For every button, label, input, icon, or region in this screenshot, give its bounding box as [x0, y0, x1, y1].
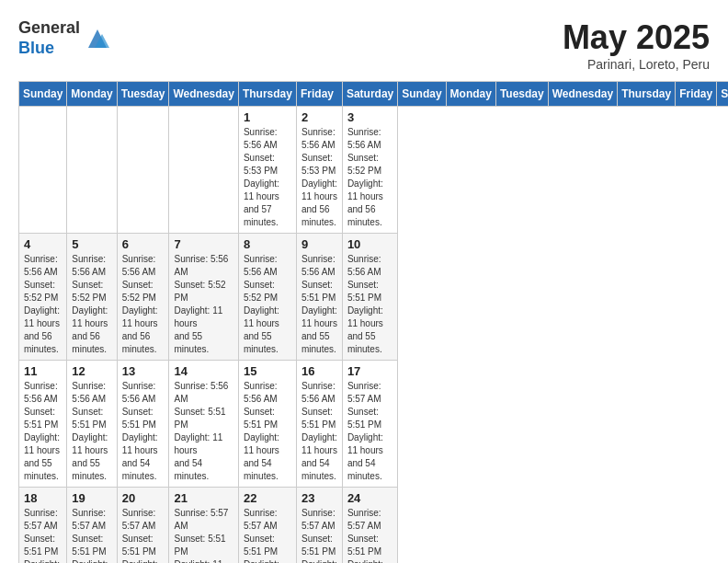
month-year-title: May 2025: [563, 18, 710, 57]
weekday-header-sunday: Sunday: [398, 82, 446, 107]
day-info: Sunrise: 5:56 AM Sunset: 5:51 PM Dayligh…: [244, 380, 291, 483]
day-number: 12: [72, 364, 111, 378]
calendar-cell: 11Sunrise: 5:56 AM Sunset: 5:51 PM Dayli…: [19, 361, 67, 488]
day-number: 19: [72, 491, 111, 505]
day-number: 24: [347, 491, 392, 505]
day-info: Sunrise: 5:56 AM Sunset: 5:52 PM Dayligh…: [72, 253, 111, 356]
calendar-cell: 2Sunrise: 5:56 AM Sunset: 5:53 PM Daylig…: [296, 107, 342, 234]
weekday-header-saturday: Saturday: [342, 82, 397, 107]
calendar-header-row: SundayMondayTuesdayWednesdayThursdayFrid…: [19, 82, 729, 107]
day-number: 8: [244, 237, 291, 251]
day-info: Sunrise: 5:57 AM Sunset: 5:51 PM Dayligh…: [244, 507, 291, 563]
calendar-cell: 10Sunrise: 5:56 AM Sunset: 5:51 PM Dayli…: [342, 234, 397, 361]
page-header: General Blue May 2025 Parinari, Loreto, …: [18, 18, 710, 72]
calendar-week-row: 18Sunrise: 5:57 AM Sunset: 5:51 PM Dayli…: [19, 488, 729, 564]
calendar-cell: [19, 107, 67, 234]
weekday-header-monday: Monday: [67, 82, 117, 107]
day-number: 3: [347, 110, 392, 124]
calendar-table: SundayMondayTuesdayWednesdayThursdayFrid…: [18, 81, 728, 563]
weekday-header-tuesday: Tuesday: [117, 82, 169, 107]
calendar-cell: 4Sunrise: 5:56 AM Sunset: 5:52 PM Daylig…: [19, 234, 67, 361]
day-number: 10: [347, 237, 392, 251]
weekday-header-thursday: Thursday: [618, 82, 676, 107]
day-number: 16: [301, 364, 337, 378]
calendar-cell: 9Sunrise: 5:56 AM Sunset: 5:51 PM Daylig…: [296, 234, 342, 361]
day-number: 15: [244, 364, 291, 378]
day-number: 13: [122, 364, 165, 378]
day-number: 22: [244, 491, 291, 505]
day-number: 5: [72, 237, 111, 251]
day-info: Sunrise: 5:56 AM Sunset: 5:52 PM Dayligh…: [244, 253, 291, 356]
day-info: Sunrise: 5:56 AM Sunset: 5:52 PM Dayligh…: [347, 126, 392, 229]
day-number: 11: [24, 364, 62, 378]
calendar-cell: 19Sunrise: 5:57 AM Sunset: 5:51 PM Dayli…: [67, 488, 117, 564]
location-subtitle: Parinari, Loreto, Peru: [563, 57, 710, 72]
day-info: Sunrise: 5:57 AM Sunset: 5:51 PM Dayligh…: [174, 507, 233, 563]
weekday-header-tuesday: Tuesday: [495, 82, 548, 107]
weekday-header-wednesday: Wednesday: [548, 82, 617, 107]
day-info: Sunrise: 5:56 AM Sunset: 5:52 PM Dayligh…: [122, 253, 165, 356]
weekday-header-sunday: Sunday: [19, 82, 67, 107]
logo-icon: [84, 25, 111, 52]
day-info: Sunrise: 5:56 AM Sunset: 5:53 PM Dayligh…: [301, 126, 337, 229]
calendar-cell: 8Sunrise: 5:56 AM Sunset: 5:52 PM Daylig…: [238, 234, 296, 361]
calendar-week-row: 11Sunrise: 5:56 AM Sunset: 5:51 PM Dayli…: [19, 361, 729, 488]
logo-blue: Blue: [18, 39, 80, 59]
day-info: Sunrise: 5:56 AM Sunset: 5:52 PM Dayligh…: [174, 253, 233, 356]
day-info: Sunrise: 5:57 AM Sunset: 5:51 PM Dayligh…: [301, 507, 337, 563]
calendar-cell: [67, 107, 117, 234]
calendar-cell: 13Sunrise: 5:56 AM Sunset: 5:51 PM Dayli…: [117, 361, 169, 488]
calendar-cell: 17Sunrise: 5:57 AM Sunset: 5:51 PM Dayli…: [342, 361, 397, 488]
weekday-header-friday: Friday: [296, 82, 342, 107]
calendar-cell: 3Sunrise: 5:56 AM Sunset: 5:52 PM Daylig…: [342, 107, 397, 234]
day-number: 7: [174, 237, 233, 251]
day-info: Sunrise: 5:57 AM Sunset: 5:51 PM Dayligh…: [347, 507, 392, 563]
day-number: 14: [174, 364, 233, 378]
calendar-cell: 20Sunrise: 5:57 AM Sunset: 5:51 PM Dayli…: [117, 488, 169, 564]
day-info: Sunrise: 5:56 AM Sunset: 5:51 PM Dayligh…: [347, 253, 392, 356]
weekday-header-wednesday: Wednesday: [169, 82, 238, 107]
calendar-cell: 1Sunrise: 5:56 AM Sunset: 5:53 PM Daylig…: [238, 107, 296, 234]
calendar-cell: 22Sunrise: 5:57 AM Sunset: 5:51 PM Dayli…: [238, 488, 296, 564]
weekday-header-thursday: Thursday: [238, 82, 296, 107]
day-info: Sunrise: 5:56 AM Sunset: 5:51 PM Dayligh…: [122, 380, 165, 483]
day-number: 2: [301, 110, 337, 124]
day-info: Sunrise: 5:56 AM Sunset: 5:51 PM Dayligh…: [301, 380, 337, 483]
day-number: 23: [301, 491, 337, 505]
title-section: May 2025 Parinari, Loreto, Peru: [563, 18, 710, 72]
weekday-header-monday: Monday: [446, 82, 495, 107]
day-number: 18: [24, 491, 62, 505]
calendar-cell: 18Sunrise: 5:57 AM Sunset: 5:51 PM Dayli…: [19, 488, 67, 564]
calendar-cell: 6Sunrise: 5:56 AM Sunset: 5:52 PM Daylig…: [117, 234, 169, 361]
day-number: 20: [122, 491, 165, 505]
day-info: Sunrise: 5:57 AM Sunset: 5:51 PM Dayligh…: [24, 507, 62, 563]
weekday-header-friday: Friday: [676, 82, 717, 107]
logo-general: General: [18, 18, 80, 39]
calendar-cell: 23Sunrise: 5:57 AM Sunset: 5:51 PM Dayli…: [296, 488, 342, 564]
calendar-cell: 12Sunrise: 5:56 AM Sunset: 5:51 PM Dayli…: [67, 361, 117, 488]
day-info: Sunrise: 5:56 AM Sunset: 5:51 PM Dayligh…: [301, 253, 337, 356]
calendar-cell: 21Sunrise: 5:57 AM Sunset: 5:51 PM Dayli…: [169, 488, 238, 564]
calendar-week-row: 4Sunrise: 5:56 AM Sunset: 5:52 PM Daylig…: [19, 234, 729, 361]
calendar-cell: 15Sunrise: 5:56 AM Sunset: 5:51 PM Dayli…: [238, 361, 296, 488]
weekday-header-saturday: Saturday: [717, 82, 728, 107]
day-info: Sunrise: 5:56 AM Sunset: 5:51 PM Dayligh…: [24, 380, 62, 483]
calendar-cell: 16Sunrise: 5:56 AM Sunset: 5:51 PM Dayli…: [296, 361, 342, 488]
logo-text: General Blue: [18, 18, 80, 58]
day-info: Sunrise: 5:57 AM Sunset: 5:51 PM Dayligh…: [347, 380, 392, 483]
day-info: Sunrise: 5:56 AM Sunset: 5:52 PM Dayligh…: [24, 253, 62, 356]
day-info: Sunrise: 5:56 AM Sunset: 5:51 PM Dayligh…: [72, 380, 111, 483]
day-info: Sunrise: 5:57 AM Sunset: 5:51 PM Dayligh…: [72, 507, 111, 563]
calendar-cell: 7Sunrise: 5:56 AM Sunset: 5:52 PM Daylig…: [169, 234, 238, 361]
calendar-cell: 5Sunrise: 5:56 AM Sunset: 5:52 PM Daylig…: [67, 234, 117, 361]
day-info: Sunrise: 5:57 AM Sunset: 5:51 PM Dayligh…: [122, 507, 165, 563]
day-info: Sunrise: 5:56 AM Sunset: 5:53 PM Dayligh…: [244, 126, 291, 229]
day-number: 6: [122, 237, 165, 251]
logo: General Blue: [18, 18, 111, 58]
calendar-cell: 24Sunrise: 5:57 AM Sunset: 5:51 PM Dayli…: [342, 488, 397, 564]
day-number: 1: [244, 110, 291, 124]
day-info: Sunrise: 5:56 AM Sunset: 5:51 PM Dayligh…: [174, 380, 233, 483]
calendar-week-row: 1Sunrise: 5:56 AM Sunset: 5:53 PM Daylig…: [19, 107, 729, 234]
calendar-cell: [117, 107, 169, 234]
day-number: 17: [347, 364, 392, 378]
